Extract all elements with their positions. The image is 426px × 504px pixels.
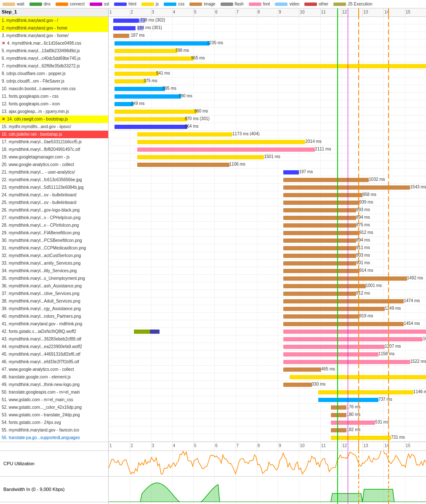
table-row: 49. mymdthink.maryl...think-new-logo.png…: [0, 381, 426, 389]
row-timeline: 903 ms: [109, 252, 426, 260]
timing-label: 1666 ms: [423, 336, 426, 341]
table-row: 41. mymdthink.maryland.gov - mdthink.png…: [0, 320, 426, 328]
table-row: 8. cdnjs.cloudflare.com - popper.js541 m…: [0, 70, 426, 78]
table-row: 36. mymdthink.maryl...ash_Assistance.png…: [0, 282, 426, 290]
timing-label: 187 ms: [131, 33, 145, 38]
table-row: ✕ 4. mymdthink.mar...6c1d16ace0498.css12…: [0, 40, 426, 47]
svg-marker-0: [109, 483, 426, 502]
table-row: 54. fonts.gstatic.com - 24px.svg531 ms: [0, 419, 426, 426]
timing-label: 1249 ms: [385, 306, 401, 311]
flash-color: [221, 3, 233, 6]
timing-bar: [114, 117, 187, 121]
row-label: 53. www.gstatic.com - translate_24dp.png: [0, 411, 109, 419]
timing-bar: [150, 330, 160, 334]
timing-bar: [113, 19, 138, 23]
row-timeline: 864 ms: [109, 123, 426, 131]
timing-label: 960 ms: [194, 109, 208, 113]
row-label: 43. mymdthink.maryl...36283ebeb2cf89.otf: [0, 335, 109, 343]
legend-ssl-label: ssl: [104, 2, 109, 6]
timing-label: 788 ms: [175, 48, 189, 53]
timing-label: 541 ms: [156, 71, 170, 75]
timing-bar: [283, 216, 356, 220]
timing-bar: [283, 170, 299, 174]
row-timeline: 1492 ms: [109, 275, 426, 282]
table-row: 17. mymdthink.maryl...0ae533121b6ccf5.js…: [0, 138, 426, 146]
row-timeline: 912 ms: [109, 229, 426, 237]
row-timeline: 893 ms: [109, 206, 426, 214]
legend-flash-label: flash: [235, 2, 244, 6]
timing-bar: [283, 292, 356, 296]
table-row: 9. cdnjs.cloudfl...om - FileSaver.js375 …: [0, 78, 426, 85]
row-timeline: 330 ms: [109, 381, 426, 389]
row-timeline: 531 ms: [109, 419, 426, 426]
legend-other: other: [302, 0, 331, 8]
row-label: 38. mymdthink.maryl...Adult_Services.png: [0, 298, 109, 305]
row-timeline: 790 ms: [109, 93, 426, 100]
row-timeline: 2231 ms: [109, 373, 426, 381]
legend-jsexec-label: JS Execution: [348, 2, 372, 6]
table-row: 7. mymdthink.maryl...62f68e35db33272.js6…: [0, 62, 426, 70]
table-row: 32. mymdthink.maryl...actCustSerIcon.png…: [0, 252, 426, 260]
legend-js: js: [139, 0, 161, 8]
row-timeline: 2111 ms: [109, 146, 426, 153]
row-timeline: 182 ms: [109, 426, 426, 434]
row-timeline: 465 ms: [109, 366, 426, 373]
jsexec-color: [333, 3, 346, 6]
row-label: 7. mymdthink.maryl...62f68e35db33272.js: [0, 62, 109, 70]
table-row: 19. www.googletagmanager.com - js1501 ms: [0, 153, 426, 161]
row-timeline: 595 ms: [109, 85, 426, 93]
other-color: [304, 3, 317, 6]
timing-bar: [283, 239, 356, 243]
row-timeline: 1146 ms: [109, 389, 426, 396]
table-row: 18. mymdthink.maryl...fbf8204991497c.otf…: [0, 146, 426, 153]
row-timeline: 960 ms: [109, 108, 426, 115]
timing-label: 1501 ms: [264, 154, 280, 159]
timing-bar: [113, 34, 129, 38]
table-row: 52. www.gstatic.com..._color_42x16dp.png…: [0, 404, 426, 411]
row-label: 3. mymdthink.maryland.gov - home/: [0, 32, 109, 40]
row-label: 2. mymdthink.maryland.gov - home: [0, 24, 109, 32]
timing-bar: [283, 322, 404, 326]
table-row: 16. cdn.jsdelivr.net - bootstrap.js1173 …: [0, 131, 426, 138]
timing-label: 958 ms: [362, 192, 376, 197]
row-timeline: 1522 ms: [109, 358, 426, 366]
timing-bar: [283, 337, 423, 341]
row-label: 52. www.gstatic.com..._color_42x16dp.png: [0, 404, 109, 411]
timing-bar: [318, 398, 378, 402]
font-color: [249, 3, 261, 6]
table-row: 29. mymdthink.maryl...FIABenefitIcon.png…: [0, 229, 426, 237]
timing-bar: [283, 367, 321, 372]
timing-bar: [114, 79, 146, 83]
timing-bar: [283, 223, 356, 228]
timing-bar: [134, 330, 150, 334]
table-row: 26. mymdthink.maryl...gov-logo-black.png…: [0, 206, 426, 214]
timing-label: 864 ms: [185, 124, 199, 129]
row-label: 23. mymdthink.maryl...5d511123e6084b.jpg: [0, 184, 109, 191]
table-row: 53. www.gstatic.com - translate_24dp.png…: [0, 411, 426, 419]
row-timeline: 914 ms: [109, 267, 426, 275]
table-row: 38. mymdthink.maryl...Adult_Services.png…: [0, 298, 426, 305]
row-label: 20. www.google-analytics.com - collect: [0, 161, 109, 169]
table-row: 25. mymdthink.maryl...ov - bulletinboard…: [0, 199, 426, 206]
table-row: 20. www.google-analytics.com - collect11…: [0, 161, 426, 169]
row-label: 11. fonts.googleapis.com - css: [0, 93, 109, 100]
timing-bar: [283, 330, 426, 334]
timing-bar: [283, 299, 404, 303]
row-label: 32. mymdthink.maryl...actCustSerIcon.png: [0, 252, 109, 260]
timing-bar: [114, 41, 210, 46]
timing-label: 912 ms: [359, 230, 373, 235]
timing-label: 465 ms: [321, 367, 335, 371]
row-label: 34. mymdthink.maryl...ility_Services.png: [0, 267, 109, 275]
row-label: 24. mymdthink.maryl...ov - bulletinboard: [0, 191, 109, 199]
row-timeline: 939 ms: [109, 199, 426, 206]
timing-bar: [114, 72, 159, 76]
table-row: 51. www.gstatic.com - m=el_main_css737 m…: [0, 396, 426, 404]
timing-bar: [137, 132, 232, 137]
timing-label: 1235 ms: [207, 40, 223, 45]
legend-flash: flash: [218, 0, 246, 8]
timing-bar: [114, 49, 178, 53]
timing-bar: [137, 155, 264, 159]
row-timeline: 176 ms: [109, 404, 426, 411]
bottom-section-label: Bandwidth In (0 - 9,000 Kbps): [0, 477, 109, 502]
table-row: 15. mydhr.mymdthi...and.gov - iipsvc/864…: [0, 123, 426, 131]
